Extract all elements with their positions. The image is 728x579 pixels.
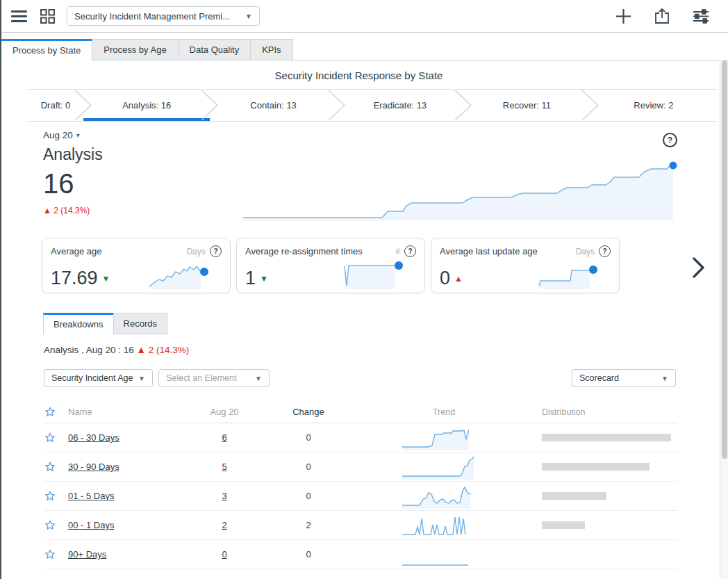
help-icon[interactable]: ? (210, 245, 222, 257)
tab-label: Records (124, 318, 157, 329)
scorecard-trend-sparkline (195, 162, 681, 225)
summary-delta: ▲ 2 (14.3%) (137, 345, 190, 355)
topbar: Security Incident Management Premi... ▼ (0, 0, 728, 33)
tab-records[interactable]: Records (113, 313, 167, 334)
scorecard-header: Aug 20 ▾ Analysis 16 ▲ 2 (14.3%) ? (0, 122, 718, 227)
breakdown-summary: Analysis , Aug 20 : 16 ▲ 2 (14.3%) (44, 345, 718, 355)
favorite-all-star-icon[interactable] (44, 406, 56, 418)
sparkline-endpoint-dot (395, 261, 403, 270)
breakdown-value-link[interactable]: 2 (222, 520, 226, 530)
breakdown-name-link[interactable]: 90+ Days (68, 549, 106, 560)
dashboard-controls-button[interactable] (692, 8, 710, 25)
distribution-bar (542, 521, 585, 529)
kpi-sparkline (536, 261, 605, 289)
tab-label: Breakdowns (53, 319, 104, 329)
breakdown-name-link[interactable]: 30 - 90 Days (68, 462, 119, 472)
favorite-star-icon[interactable] (44, 490, 56, 503)
column-header-name[interactable]: Name (68, 407, 190, 417)
favorite-star-icon[interactable] (44, 548, 56, 561)
dashboard-selector[interactable]: Security Incident Management Premi... ▼ (67, 6, 260, 26)
chevron-down-icon: ▼ (255, 375, 262, 382)
state-review[interactable]: Review: 2 (590, 90, 717, 121)
breakdown-name-link[interactable]: 01 - 5 Days (68, 491, 114, 501)
dashboard-picker-button[interactable] (39, 8, 56, 25)
tab-process-by-age[interactable]: Process by Age (92, 39, 178, 60)
trend-up-icon: ▲ (454, 274, 463, 284)
kpi-label: Average re-assignment times (245, 246, 363, 256)
next-kpis-button[interactable] (691, 256, 706, 279)
menu-button[interactable] (10, 9, 28, 24)
column-header-date[interactable]: Aug 20 (190, 407, 259, 417)
select-value: Security Incident Age (51, 373, 133, 383)
trend-down-icon: ▼ (260, 274, 268, 284)
breakdown-change: 0 (259, 432, 358, 443)
distribution-bar (542, 463, 650, 471)
kpi-unit: # (395, 247, 400, 256)
table-row: 90+ Days 0 0 (44, 540, 677, 569)
select-value: Scorecard (579, 373, 619, 383)
breakdown-value-link[interactable]: 0 (222, 549, 226, 560)
share-icon (654, 8, 670, 24)
scrollbar-thumb[interactable] (722, 60, 727, 459)
page-title: Security Incident Response by State (0, 70, 718, 81)
breakdown-name-link[interactable]: 00 - 1 Days (68, 520, 114, 530)
table-row: 01 - 5 Days 3 0 (44, 482, 677, 511)
date-selector[interactable]: Aug 20 ▾ (43, 130, 80, 140)
visualization-select[interactable]: Scorecard ▼ (572, 369, 676, 387)
column-header-distribution[interactable]: Distribution (530, 407, 677, 417)
vertical-scrollbar[interactable] (720, 60, 728, 579)
breakdown-tabstrip: Breakdowns Records (44, 312, 718, 334)
help-icon[interactable]: ? (663, 133, 677, 147)
distribution-bar (542, 492, 606, 500)
chevron-right-icon (693, 257, 705, 278)
dashboard-tabstrip: Process by State Process by Age Data Qua… (0, 33, 728, 60)
row-trend-sparkline (399, 425, 489, 450)
add-button[interactable] (615, 8, 632, 25)
kpi-card-row: Average age Days ? 17.69▼ (42, 238, 718, 293)
hamburger-icon (11, 10, 27, 22)
breakdown-source-select[interactable]: Security Incident Age ▼ (44, 369, 153, 387)
favorite-star-icon[interactable] (44, 519, 56, 532)
tab-data-quality[interactable]: Data Quality (178, 39, 251, 60)
kpi-label: Average age (51, 246, 102, 256)
kpi-card-average-age[interactable]: Average age Days ? 17.69▼ (42, 238, 231, 293)
help-icon[interactable]: ? (599, 245, 611, 257)
sparkline-endpoint-dot (670, 162, 677, 170)
plus-icon (616, 9, 631, 24)
breakdown-change: 0 (259, 491, 358, 501)
summary-text: Analysis , Aug 20 : 16 (44, 345, 137, 355)
sparkline-endpoint-dot (589, 266, 597, 274)
kpi-label: Average last update age (440, 246, 538, 256)
breakdown-value-link[interactable]: 5 (222, 462, 226, 472)
column-header-change[interactable]: Change (259, 407, 358, 417)
breakdown-name-link[interactable]: 06 - 30 Days (68, 432, 119, 443)
element-select[interactable]: Select an Element ▼ (158, 369, 270, 387)
favorite-star-icon[interactable] (44, 432, 56, 444)
breakdown-value-link[interactable]: 3 (222, 491, 226, 501)
tab-kpis[interactable]: KPIs (250, 39, 292, 60)
state-recover[interactable]: Recover: 11 (463, 90, 590, 121)
kpi-card-average-last-update-age[interactable]: Average last update age Days ? 0▲ (431, 238, 620, 293)
filter-row: Security Incident Age ▼ Select an Elemen… (44, 369, 676, 387)
tab-breakdowns[interactable]: Breakdowns (43, 313, 114, 334)
share-button[interactable] (653, 6, 671, 26)
state-draft[interactable]: Draft: 0 (28, 90, 83, 121)
tab-label: Process by Age (104, 44, 166, 55)
scorecard-value: 16 (43, 170, 103, 197)
favorite-star-icon[interactable] (44, 461, 56, 473)
grid-icon (40, 9, 55, 24)
kpi-sparkline (341, 261, 411, 289)
column-header-trend[interactable]: Trend (358, 407, 530, 417)
breakdown-value-link[interactable]: 6 (222, 432, 226, 443)
chevron-down-icon: ▾ (76, 131, 80, 139)
sparkline-endpoint-dot (200, 268, 208, 276)
state-analysis[interactable]: Analysis: 16 (83, 90, 210, 121)
kpi-card-average-reassignment[interactable]: Average re-assignment times # ? 1▼ (236, 238, 425, 293)
chevron-down-icon: ▼ (661, 375, 668, 382)
date-label: Aug 20 (43, 130, 73, 140)
tab-process-by-state[interactable]: Process by State (1, 39, 92, 60)
state-eradicate[interactable]: Eradicate: 13 (337, 90, 463, 121)
help-icon[interactable]: ? (404, 245, 416, 257)
state-contain[interactable]: Contain: 13 (210, 90, 336, 121)
sliders-icon (693, 9, 709, 24)
